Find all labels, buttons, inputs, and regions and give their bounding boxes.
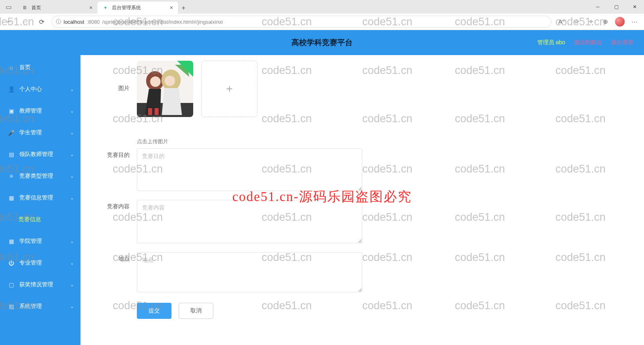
chevron-down-icon: ⌄ <box>70 130 74 136</box>
purpose-label: 竞赛目的 <box>97 148 137 159</box>
svg-point-5 <box>165 76 175 86</box>
sidebar-item-profile[interactable]: 👤 个人中心 ⌄ <box>0 78 80 100</box>
url-path: /springboot46869/admin/dist/index.html#/… <box>102 19 223 25</box>
favorites-icon[interactable]: ✧ <box>584 15 597 28</box>
sidebar-item-teacher[interactable]: ▣ 教师管理 ⌄ <box>0 100 80 122</box>
svg-rect-6 <box>148 108 152 115</box>
read-aloud-icon[interactable]: A⁺ <box>555 15 568 28</box>
form-row-purpose: 竞赛目的 <box>97 148 628 193</box>
sidebar-item-label: 竞赛类型管理 <box>19 172 53 180</box>
power-icon: ⏻ <box>8 260 14 266</box>
button-row: 提交 取消 <box>97 303 628 319</box>
mic-icon: 🎤 <box>8 129 14 136</box>
place-textarea[interactable] <box>137 252 362 292</box>
tab-title: 后台管理系统 <box>112 4 141 11</box>
tab-close-icon[interactable]: × <box>170 4 173 11</box>
browser-chrome: ▭ 🗎 首页 × ▾ 后台管理系统 × + ─ ▢ ✕ ← → ⟳ ⓘ loc <box>0 0 644 30</box>
user-icon: 👤 <box>8 86 14 92</box>
sidebar-item-competition-info[interactable]: ▦ 竞赛信息管理 ⌄ <box>0 187 80 209</box>
sidebar-subitem-competition-info[interactable]: 竞赛信息 <box>0 209 80 230</box>
profile-button[interactable] <box>613 15 626 28</box>
site-info-icon[interactable]: ⓘ <box>56 18 61 25</box>
chevron-down-icon: ⌄ <box>70 282 74 288</box>
sidebar: ⌂ 首页 👤 个人中心 ⌄ ▣ 教师管理 ⌄ 🎤 学生管理 ⌄ ▤ 领队教师管理 <box>0 55 80 345</box>
form: 图片 <box>80 55 644 327</box>
sidebar-item-system[interactable]: ▥ 系统管理 ⌄ <box>0 296 80 317</box>
browser-titlebar: ▭ 🗎 首页 × ▾ 后台管理系统 × + ─ ▢ ✕ <box>0 0 644 14</box>
chevron-down-icon: ⌄ <box>70 195 74 201</box>
browser-tab[interactable]: 🗎 首页 × <box>17 2 97 14</box>
chevron-down-icon: ⌄ <box>70 260 74 266</box>
logout-link[interactable]: 退出登录 <box>611 39 634 46</box>
collections-icon[interactable]: ⊕ <box>599 15 612 28</box>
sidebar-item-label: 竞赛信息 <box>19 216 41 223</box>
sidebar-item-leader[interactable]: ▤ 领队教师管理 ⌄ <box>0 144 80 165</box>
sidebar-item-student[interactable]: 🎤 学生管理 ⌄ <box>0 122 80 144</box>
tab-title: 首页 <box>31 4 41 11</box>
header-right: 管理员 abo 退出到前台 退出登录 <box>537 39 644 46</box>
page-favicon: 🗎 <box>22 4 28 11</box>
url-input[interactable]: ⓘ localhost:8080/springboot46869/admin/d… <box>52 16 551 28</box>
sidebar-item-label: 系统管理 <box>19 303 42 310</box>
uploaded-image-thumbnail[interactable] <box>137 61 193 117</box>
profile-avatar <box>615 17 625 27</box>
url-host: localhost <box>64 19 84 25</box>
upload-image-button[interactable]: + <box>201 61 258 117</box>
sidebar-item-college[interactable]: ▦ 学院管理 ⌄ <box>0 230 80 252</box>
vue-favicon: ▾ <box>102 4 109 11</box>
leader-icon: ▤ <box>8 151 14 158</box>
form-row-place: 地点 <box>97 252 628 294</box>
sidebar-item-label: 学生管理 <box>19 129 42 136</box>
chevron-down-icon: ⌄ <box>70 108 74 114</box>
to-frontend-link[interactable]: 退出到前台 <box>574 39 602 46</box>
window-minimize-button[interactable]: ─ <box>588 0 607 14</box>
sidebar-item-label: 个人中心 <box>19 86 42 93</box>
plus-icon: + <box>226 82 233 95</box>
chevron-down-icon: ⌄ <box>70 238 74 244</box>
tab-close-icon[interactable]: × <box>89 4 93 11</box>
home-icon: ⌂ <box>8 64 14 71</box>
url-port: :8080 <box>87 19 100 25</box>
tab-actions-icon[interactable]: ▭ <box>2 1 14 13</box>
sidebar-item-label: 学院管理 <box>19 238 42 245</box>
place-label: 地点 <box>97 252 137 263</box>
forward-button[interactable]: → <box>19 16 31 28</box>
award-icon: ▢ <box>8 281 14 288</box>
app-title: 高校学科竞赛平台 <box>291 37 353 48</box>
sidebar-item-major[interactable]: ⏻ 专业管理 ⌄ <box>0 252 80 274</box>
form-row-image: 图片 <box>97 61 628 117</box>
system-icon: ▥ <box>8 303 14 310</box>
window-maximize-button[interactable]: ▢ <box>607 0 625 14</box>
back-button[interactable]: ← <box>3 16 15 28</box>
refresh-button[interactable]: ⟳ <box>35 16 47 28</box>
chevron-down-icon: ⌄ <box>70 173 74 179</box>
sidebar-item-award[interactable]: ▢ 获奖情况管理 ⌄ <box>0 274 80 296</box>
content-area: 图片 <box>80 55 644 345</box>
sidebar-item-label: 领队教师管理 <box>19 151 53 158</box>
app-body: ⌂ 首页 👤 个人中心 ⌄ ▣ 教师管理 ⌄ 🎤 学生管理 ⌄ ▤ 领队教师管理 <box>0 55 644 345</box>
admin-label[interactable]: 管理员 abo <box>537 39 565 46</box>
app-root: 高校学科竞赛平台 管理员 abo 退出到前台 退出登录 ⌂ 首页 👤 个人中心 … <box>0 30 644 345</box>
content-textarea[interactable] <box>137 200 362 243</box>
sidebar-item-label: 竞赛信息管理 <box>19 194 53 201</box>
info-icon: ▦ <box>8 195 14 201</box>
address-bar: ← → ⟳ ⓘ localhost:8080/springboot46869/a… <box>0 14 644 30</box>
sidebar-item-home[interactable]: ⌂ 首页 <box>0 57 80 78</box>
star-outline-icon[interactable]: ☆ <box>570 15 583 28</box>
success-badge <box>177 61 193 77</box>
window-close-button[interactable]: ✕ <box>625 0 644 14</box>
browser-tab-active[interactable]: ▾ 后台管理系统 × <box>97 2 178 14</box>
upload-hint: 点击上传图片 <box>97 124 628 148</box>
tab-strip: 🗎 首页 × ▾ 后台管理系统 × + <box>17 0 588 14</box>
chevron-down-icon: ⌄ <box>70 86 74 92</box>
new-tab-button[interactable]: + <box>178 2 189 14</box>
teacher-icon: ▣ <box>8 108 14 114</box>
window-controls: ─ ▢ ✕ <box>588 0 644 14</box>
more-icon[interactable]: ⋯ <box>628 15 641 28</box>
submit-button[interactable]: 提交 <box>137 303 171 319</box>
purpose-textarea[interactable] <box>137 148 362 191</box>
sidebar-item-competition-type[interactable]: ≡ 竞赛类型管理 ⌄ <box>0 165 80 187</box>
image-label: 图片 <box>97 61 137 92</box>
cancel-button[interactable]: 取消 <box>179 303 213 319</box>
svg-point-4 <box>150 76 161 87</box>
